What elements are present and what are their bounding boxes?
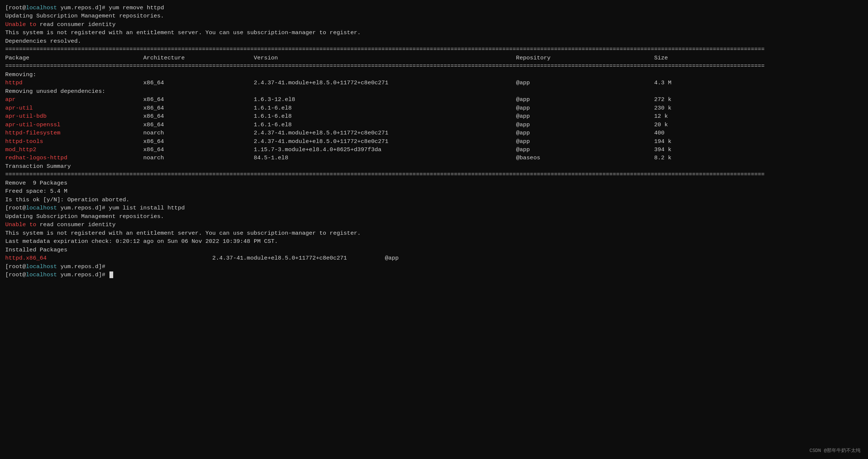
terminal-line: ========================================…: [5, 170, 863, 179]
terminal-line: apr-util x86_64 1.6.1-6.el8 @app 230 k: [5, 104, 863, 112]
terminal-cursor: [109, 271, 113, 278]
terminal-line: [root@localhost yum.repos.d]# yum list i…: [5, 204, 863, 212]
terminal-line: httpd-tools x86_64 2.4.37-41.module+el8.…: [5, 137, 863, 146]
terminal-line: [root@localhost yum.repos.d]# yum remove…: [5, 4, 863, 12]
terminal-line: Freed space: 5.4 M: [5, 187, 863, 195]
terminal-line: apr-util-openssl x86_64 1.6.1-6.el8 @app…: [5, 121, 863, 129]
terminal-line: Remove 9 Packages: [5, 179, 863, 187]
terminal-line: ========================================…: [5, 62, 863, 70]
terminal-line: Transaction Summary: [5, 162, 863, 170]
terminal-line: Updating Subscription Management reposit…: [5, 212, 863, 221]
terminal-line: [root@localhost yum.repos.d]#: [5, 271, 863, 279]
watermark-text: CSDN @那年牛奶不太纯: [809, 447, 861, 455]
terminal-line: httpd x86_64 2.4.37-41.module+el8.5.0+11…: [5, 79, 863, 87]
terminal-line: Removing:: [5, 71, 863, 79]
terminal-line: Updating Subscription Management reposit…: [5, 12, 863, 20]
terminal-line: This system is not registered with an en…: [5, 29, 863, 37]
terminal-line: This system is not registered with an en…: [5, 229, 863, 237]
terminal: [root@localhost yum.repos.d]# yum remove…: [5, 4, 863, 279]
terminal-line: [root@localhost yum.repos.d]#: [5, 263, 863, 271]
terminal-line: apr x86_64 1.6.3-12.el8 @app 272 k: [5, 95, 863, 104]
terminal-line: Dependencies resolved.: [5, 37, 863, 45]
terminal-line: apr-util-bdb x86_64 1.6.1-6.el8 @app 12 …: [5, 112, 863, 120]
terminal-line: Is this ok [y/N]: Operation aborted.: [5, 196, 863, 204]
terminal-line: httpd-filesystem noarch 2.4.37-41.module…: [5, 129, 863, 137]
terminal-line: Package Architecture Version Repository …: [5, 54, 863, 62]
terminal-line: Unable to read consumer identity: [5, 221, 863, 229]
terminal-line: Unable to read consumer identity: [5, 20, 863, 29]
terminal-line: redhat-logos-httpd noarch 84.5-1.el8 @ba…: [5, 154, 863, 162]
terminal-line: httpd.x86_64 2.4.37-41.module+el8.5.0+11…: [5, 254, 863, 262]
terminal-line: Last metadata expiration check: 0:20:12 …: [5, 237, 863, 245]
terminal-line: mod_http2 x86_64 1.15.7-3.module+el8.4.0…: [5, 146, 863, 154]
terminal-line: ========================================…: [5, 45, 863, 53]
terminal-line: Removing unused dependencies:: [5, 87, 863, 95]
terminal-line: Installed Packages: [5, 246, 863, 254]
